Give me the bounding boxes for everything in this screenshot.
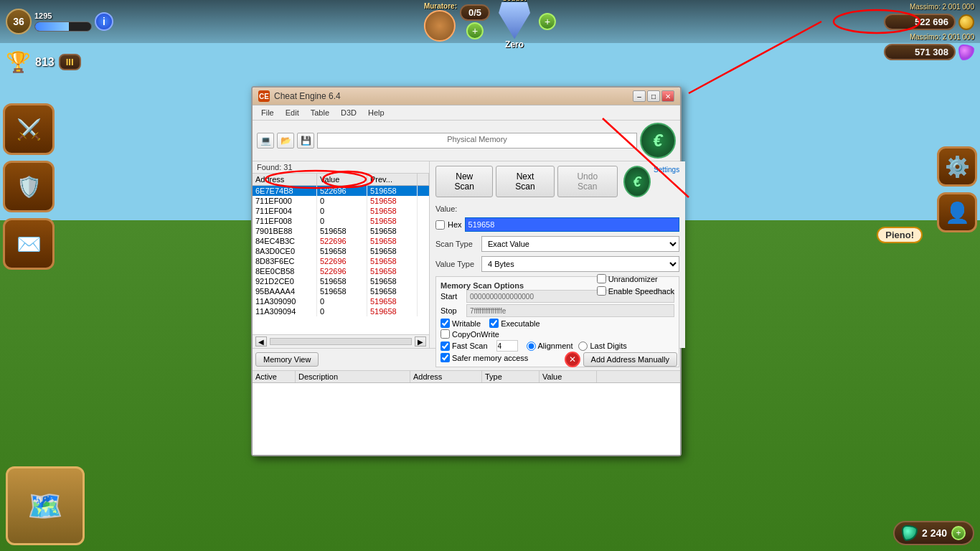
ce-titlebar: CE Cheat Engine 6.4 – □ ✕ bbox=[253, 88, 680, 105]
value-row: Value: bbox=[435, 204, 679, 213]
horizontal-scrollbar[interactable] bbox=[270, 338, 412, 345]
red-circle-button[interactable]: ✕ bbox=[565, 352, 580, 367]
memory-view-button[interactable]: Memory View bbox=[255, 352, 319, 367]
ce-title: CE Cheat Engine 6.4 bbox=[258, 90, 341, 102]
undo-scan-button[interactable]: Undo Scan bbox=[557, 166, 618, 197]
new-scan-button[interactable]: New Scan bbox=[435, 166, 493, 197]
menu-d3d[interactable]: D3D bbox=[335, 107, 362, 118]
stop-address-input[interactable] bbox=[466, 304, 674, 317]
menu-file[interactable]: File bbox=[255, 107, 280, 118]
ce-window-controls: – □ ✕ bbox=[633, 90, 674, 102]
table-row[interactable]: 921D2CE0519658519658 bbox=[253, 276, 429, 286]
list-scrollbar: ◀ ▶ bbox=[253, 334, 429, 348]
fast-scan-checkbox[interactable] bbox=[440, 342, 450, 351]
ce-logo-right: € bbox=[623, 166, 651, 197]
unrandomizer-label: Unrandomizer bbox=[597, 274, 674, 283]
ce-logo: € bbox=[640, 123, 676, 159]
menu-help[interactable]: Help bbox=[362, 107, 390, 118]
addr-table-header: Active Description Address Type Value bbox=[253, 371, 680, 383]
add-gems-plus[interactable]: + bbox=[951, 526, 966, 540]
address-list-body[interactable]: 6E7E74B8522696519658711EF0000519658711EF… bbox=[253, 186, 429, 334]
add-worker-button[interactable]: + bbox=[466, 22, 484, 39]
executable-checkbox[interactable] bbox=[489, 319, 499, 328]
hero-button[interactable]: 👤 bbox=[937, 192, 977, 232]
map-button[interactable]: 🗺️ bbox=[6, 466, 85, 545]
next-scan-button[interactable]: Next Scan bbox=[496, 166, 554, 197]
add-address-button[interactable]: Add Address Manually bbox=[583, 352, 677, 367]
addr-table-body[interactable] bbox=[253, 383, 680, 455]
gem-icon bbox=[902, 525, 918, 541]
settings-link[interactable]: Settings bbox=[654, 166, 679, 174]
scroll-right-button[interactable]: ▶ bbox=[415, 336, 426, 347]
address-table: Active Description Address Type Value bbox=[253, 370, 680, 455]
writable-checkbox[interactable] bbox=[440, 319, 450, 328]
table-row[interactable]: 8A3D0CE0519658519658 bbox=[253, 246, 429, 256]
minimize-button[interactable]: – bbox=[633, 90, 646, 102]
hex-input[interactable] bbox=[465, 217, 680, 232]
found-count: Found: 31 bbox=[253, 161, 429, 174]
table-row[interactable]: 11A3090940519658 bbox=[253, 306, 429, 316]
table-row[interactable]: 11A3090900519658 bbox=[253, 296, 429, 306]
bottom-left-buttons: 🗺️ bbox=[6, 466, 85, 545]
elixir-value: 571 308 bbox=[884, 44, 956, 60]
alignment-label: Alignment bbox=[527, 342, 573, 351]
extra-options: Unrandomizer Enable Speedhack bbox=[597, 274, 674, 296]
shield-left-button[interactable]: 🛡️ bbox=[3, 161, 55, 212]
hex-row: Hex bbox=[435, 217, 679, 232]
info-button[interactable]: i bbox=[95, 12, 113, 31]
ce-app-icon: CE bbox=[258, 90, 270, 102]
maximize-button[interactable]: □ bbox=[647, 90, 660, 102]
table-row[interactable]: 84EC4B3C522696519658 bbox=[253, 236, 429, 246]
speedhack-checkbox[interactable] bbox=[597, 286, 606, 296]
shield-icon bbox=[499, 2, 530, 39]
scroll-left-button[interactable]: ◀ bbox=[255, 336, 267, 347]
value-type-select[interactable]: 4 Bytes bbox=[481, 256, 679, 272]
safer-memory-checkbox[interactable] bbox=[440, 353, 450, 362]
mail-button[interactable]: ✉️ bbox=[3, 218, 55, 270]
last-digits-radio[interactable] bbox=[578, 342, 588, 351]
scan-type-select[interactable]: Exact Value bbox=[481, 236, 679, 252]
war-stars: III bbox=[59, 54, 81, 70]
executable-label: Executable bbox=[489, 319, 540, 328]
check-row-1: Writable Executable bbox=[440, 319, 674, 328]
save-file-button[interactable]: 💾 bbox=[297, 133, 314, 149]
ce-right-panel: New Scan Next Scan Undo Scan € Settings … bbox=[430, 161, 685, 348]
last-digits-label: Last Digits bbox=[578, 342, 626, 351]
worker-section: Muratore: 0/5 + bbox=[424, 2, 490, 42]
check-row-3: Fast Scan Alignment Last Digits bbox=[440, 340, 674, 352]
open-process-button[interactable]: 💻 bbox=[257, 133, 274, 149]
fast-scan-value-input[interactable] bbox=[496, 340, 518, 352]
process-field[interactable]: Physical Memory bbox=[317, 133, 637, 149]
table-row[interactable]: 711EF0040519658 bbox=[253, 206, 429, 216]
settings-button[interactable]: ⚙️ bbox=[937, 146, 977, 187]
table-row[interactable]: 8D83F6EC522696519658 bbox=[253, 256, 429, 266]
add-shield-button[interactable]: + bbox=[539, 13, 556, 30]
table-row[interactable]: 7901BE88519658519658 bbox=[253, 226, 429, 236]
table-row[interactable]: 8EE0CB58522696519658 bbox=[253, 266, 429, 276]
left-side-buttons: ⚔️ 🛡️ ✉️ bbox=[0, 57, 57, 273]
radio-row: Alignment Last Digits bbox=[527, 342, 627, 351]
value-type-row: Value Type 4 Bytes bbox=[435, 256, 679, 272]
add-gems-button[interactable]: 2 240 + bbox=[893, 521, 974, 545]
list-header: Address Value Prev... bbox=[253, 174, 429, 186]
copy-on-write-label: CopyOnWrite bbox=[440, 329, 499, 339]
save-button[interactable]: 📂 bbox=[277, 133, 294, 149]
xp-bar-fill bbox=[34, 22, 92, 32]
close-button[interactable]: ✕ bbox=[661, 90, 674, 102]
table-row[interactable]: 6E7E74B8522696519658 bbox=[253, 186, 429, 196]
attack-button[interactable]: ⚔️ bbox=[3, 103, 55, 155]
table-row[interactable]: 711EF0000519658 bbox=[253, 196, 429, 206]
table-row[interactable]: 95BAAAA4519658519658 bbox=[253, 286, 429, 296]
ce-menubar: File Edit Table D3D Help bbox=[253, 105, 680, 121]
worker-avatar bbox=[424, 10, 456, 42]
copy-on-write-checkbox[interactable] bbox=[440, 329, 450, 339]
menu-table[interactable]: Table bbox=[305, 107, 335, 118]
gold-value: 522 696 bbox=[884, 14, 956, 30]
scan-buttons: New Scan Next Scan Undo Scan € Settings bbox=[435, 166, 679, 200]
table-row[interactable]: 711EF0080519658 bbox=[253, 216, 429, 226]
hex-checkbox[interactable] bbox=[435, 220, 445, 230]
safer-memory-label: Safer memory access bbox=[440, 353, 528, 362]
menu-edit[interactable]: Edit bbox=[280, 107, 305, 118]
unrandomizer-checkbox[interactable] bbox=[597, 274, 606, 283]
alignment-radio[interactable] bbox=[527, 342, 536, 351]
